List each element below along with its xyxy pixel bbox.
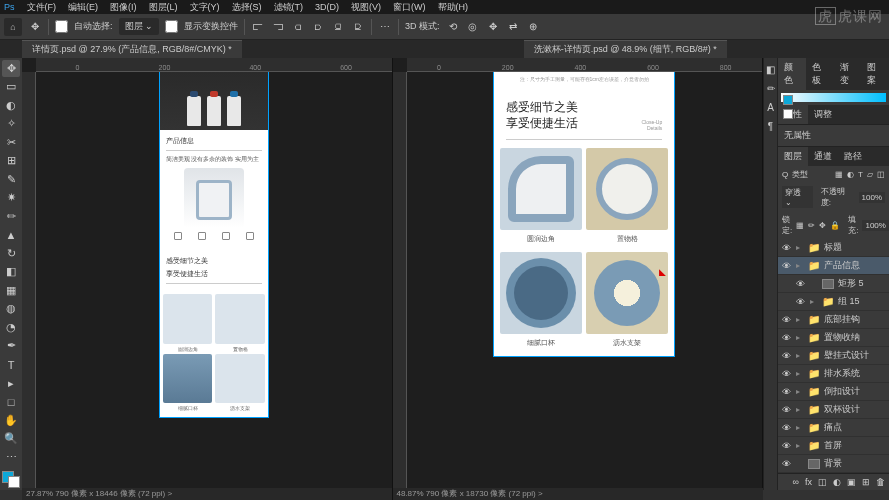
shape-tool[interactable]: □	[2, 393, 20, 410]
zoom-tool[interactable]: 🔍	[2, 430, 20, 447]
ruler-vertical[interactable]	[393, 72, 407, 490]
fold-icon[interactable]: ▸	[796, 387, 804, 396]
layer-row[interactable]: 👁▸📁排水系统	[778, 365, 889, 383]
menu-image[interactable]: 图像(I)	[110, 1, 137, 14]
layer-row[interactable]: 👁▸📁倒扣设计	[778, 383, 889, 401]
menu-window[interactable]: 窗口(W)	[393, 1, 426, 14]
3d-slide-icon[interactable]: ⇄	[506, 20, 520, 34]
layer-row[interactable]: 👁▸📁底部挂钩	[778, 311, 889, 329]
crop-tool[interactable]: ✂	[2, 134, 20, 151]
3d-pan-icon[interactable]: ✥	[486, 20, 500, 34]
fold-icon[interactable]: ▸	[796, 405, 804, 414]
layer-row[interactable]: 👁▸📁壁挂式设计	[778, 347, 889, 365]
artboard-1[interactable]: 产品信息 简洁美观 没有多余的装饰 实用为主 感受细节之美 享受便捷生活	[160, 72, 268, 417]
layer-name[interactable]: 置物收纳	[824, 331, 860, 344]
doc-tab-2[interactable]: 洗漱杯-详情页.psd @ 48.9% (细节, RGB/8#) *	[524, 40, 727, 58]
fold-icon[interactable]: ▸	[796, 315, 804, 324]
layer-name[interactable]: 背景	[824, 457, 842, 470]
menu-edit[interactable]: 编辑(E)	[68, 1, 98, 14]
brush-panel-icon[interactable]: ✏	[767, 83, 775, 94]
filter-type-icon[interactable]: T	[858, 170, 863, 179]
dodge-tool[interactable]: ◔	[2, 319, 20, 336]
background-color[interactable]	[8, 476, 20, 488]
opacity-value[interactable]: 100%	[859, 192, 885, 203]
lock-pos-icon[interactable]: ✥	[819, 221, 826, 230]
filter-shape-icon[interactable]: ▱	[867, 170, 873, 179]
para-panel-icon[interactable]: ¶	[768, 121, 773, 132]
type-tool[interactable]: T	[2, 356, 20, 373]
new-group-icon[interactable]: ▣	[847, 477, 856, 487]
filter-kind[interactable]: 类型	[792, 169, 808, 180]
visibility-icon[interactable]: 👁	[782, 315, 792, 325]
visibility-icon[interactable]: 👁	[782, 459, 792, 469]
layer-row[interactable]: 👁▸📁痛点	[778, 419, 889, 437]
align-right-icon[interactable]: ⫏	[291, 20, 305, 34]
menu-layer[interactable]: 图层(L)	[149, 1, 178, 14]
filter-adj-icon[interactable]: ◐	[847, 170, 854, 179]
filter-smart-icon[interactable]: ◫	[877, 170, 885, 179]
layer-name[interactable]: 倒扣设计	[824, 385, 860, 398]
move-tool[interactable]: ✥	[2, 60, 20, 77]
layer-name[interactable]: 产品信息	[824, 259, 860, 272]
lock-pixel-icon[interactable]: ✏	[808, 221, 815, 230]
lasso-tool[interactable]: ◐	[2, 97, 20, 114]
layer-row[interactable]: 👁▸📁组 15	[778, 293, 889, 311]
visibility-icon[interactable]: 👁	[782, 243, 792, 253]
fold-icon[interactable]: ▸	[796, 369, 804, 378]
layer-row[interactable]: 👁▸📁双杯设计	[778, 401, 889, 419]
artboard-2[interactable]: 注：尺寸为手工测量，可能存在1cm左右误差，介意者勿拍 感受细节之美享受便捷生活…	[494, 72, 674, 356]
layer-row[interactable]: 👁▸📁标题	[778, 239, 889, 257]
visibility-icon[interactable]: 👁	[796, 279, 806, 289]
3d-orbit-icon[interactable]: ⟲	[446, 20, 460, 34]
layer-name[interactable]: 双杯设计	[824, 403, 860, 416]
layer-name[interactable]: 标题	[824, 241, 842, 254]
tab-color[interactable]: 颜色	[778, 58, 806, 90]
layer-mask-icon[interactable]: ◫	[818, 477, 827, 487]
history-panel-icon[interactable]: ◧	[766, 64, 775, 75]
hand-tool[interactable]: ✋	[2, 412, 20, 429]
tab-layers[interactable]: 图层	[778, 147, 808, 166]
eyedropper-tool[interactable]: ✎	[2, 171, 20, 188]
brush-tool[interactable]: ✏	[2, 208, 20, 225]
align-left-icon[interactable]: ⫍	[251, 20, 265, 34]
fold-icon[interactable]: ▸	[796, 243, 804, 252]
visibility-icon[interactable]: 👁	[782, 405, 792, 415]
filter-pixel-icon[interactable]: ▦	[835, 170, 843, 179]
tab-gradient[interactable]: 渐变	[834, 58, 862, 90]
visibility-icon[interactable]: 👁	[782, 351, 792, 361]
fold-icon[interactable]: ▸	[796, 351, 804, 360]
menu-help[interactable]: 帮助(H)	[438, 1, 469, 14]
visibility-icon[interactable]: 👁	[782, 387, 792, 397]
show-transform-checkbox[interactable]	[165, 20, 178, 33]
menu-3d[interactable]: 3D(D)	[315, 2, 339, 12]
distribute-icon[interactable]: ⋯	[378, 20, 392, 34]
lock-trans-icon[interactable]: ▦	[796, 221, 804, 230]
new-adj-icon[interactable]: ◐	[833, 477, 841, 487]
tab-pattern[interactable]: 图案	[861, 58, 889, 90]
fold-icon[interactable]: ▸	[810, 297, 818, 306]
visibility-icon[interactable]: 👁	[782, 333, 792, 343]
history-brush-tool[interactable]: ↻	[2, 245, 20, 262]
fg-swatch[interactable]	[783, 95, 793, 105]
layer-name[interactable]: 组 15	[838, 295, 860, 308]
frame-tool[interactable]: ⊞	[2, 153, 20, 170]
layer-name[interactable]: 底部挂钩	[824, 313, 860, 326]
link-layers-icon[interactable]: ∞	[793, 477, 799, 487]
document-view-1[interactable]: 0200400600 产品信息 简洁美观 没有多余的装饰 实用为主	[22, 58, 393, 490]
tab-adjustments[interactable]: 调整	[808, 105, 838, 124]
fold-icon[interactable]: ▸	[796, 441, 804, 450]
new-layer-icon[interactable]: ⊞	[862, 477, 870, 487]
delete-layer-icon[interactable]: 🗑	[876, 477, 885, 487]
align-center-h-icon[interactable]: ⫎	[271, 20, 285, 34]
blur-tool[interactable]: ◍	[2, 301, 20, 318]
home-icon[interactable]: ⌂	[4, 18, 22, 36]
visibility-icon[interactable]: 👁	[782, 441, 792, 451]
color-picker[interactable]	[781, 93, 886, 102]
marquee-tool[interactable]: ▭	[2, 79, 20, 96]
auto-select-dropdown[interactable]: 图层 ⌄	[119, 18, 160, 35]
eraser-tool[interactable]: ◧	[2, 264, 20, 281]
char-panel-icon[interactable]: A	[767, 102, 774, 113]
menu-file[interactable]: 文件(F)	[27, 1, 57, 14]
layer-row[interactable]: 👁矩形 5	[778, 275, 889, 293]
wand-tool[interactable]: ✧	[2, 116, 20, 133]
